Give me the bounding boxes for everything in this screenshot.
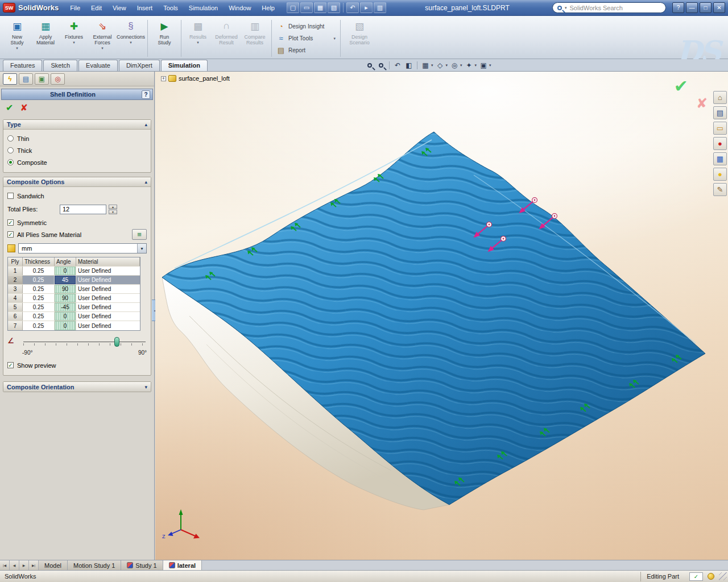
dropdown-icon[interactable]: ▾ — [3, 46, 31, 51]
type-group-header[interactable]: Type ▴ — [3, 120, 151, 130]
zoom-to-fit-icon[interactable] — [365, 60, 374, 70]
tab-motion-study-1[interactable]: Motion Study 1 — [68, 560, 121, 570]
feature-tree-item[interactable]: + surface_panel_loft — [161, 75, 230, 82]
tab-sketch[interactable]: Sketch — [43, 60, 77, 71]
results-button[interactable]: ▩ Results ▾ — [184, 18, 212, 45]
table-row[interactable]: 3 0.25 90 User Defined — [8, 285, 140, 294]
plot-tools-button[interactable]: ≈ Plot Tools ▾ — [274, 32, 338, 44]
connections-button[interactable]: § Connections ▾ — [117, 18, 145, 45]
dropdown-icon[interactable]: ▾ — [117, 40, 145, 45]
unit-combobox[interactable]: mm ▾ — [18, 243, 147, 253]
tab-dimxpert[interactable]: DimXpert — [119, 60, 160, 71]
menu-view[interactable]: View — [107, 2, 131, 14]
scene-icon[interactable]: ▣ — [479, 60, 488, 70]
fixtures-button[interactable]: ✚ Fixtures ▾ — [60, 18, 88, 45]
radio-icon[interactable] — [7, 135, 14, 142]
dimxpert-pm-tab[interactable]: ◎ — [51, 73, 65, 85]
confirmation-cancel-icon[interactable]: ✘ — [696, 95, 708, 111]
ply-list-button[interactable]: ≡ — [132, 229, 147, 240]
slider-thumb[interactable] — [114, 337, 119, 347]
minimize-button[interactable]: — — [686, 2, 698, 13]
model-3d[interactable]: Z — [155, 72, 728, 560]
checkbox-checked-icon[interactable]: ✓ — [7, 231, 14, 238]
chevron-up-icon[interactable]: ▴ — [144, 179, 147, 185]
search-input[interactable]: SolidWorks Search — [570, 5, 623, 11]
tab-features[interactable]: Features — [3, 60, 42, 71]
restore-button[interactable]: □ — [700, 2, 712, 13]
undo-icon[interactable]: ↶ — [346, 2, 359, 13]
help-button[interactable]: ? — [672, 2, 684, 13]
appearances-icon[interactable]: ✦ — [465, 60, 474, 70]
tree-expander-icon[interactable]: + — [161, 76, 166, 81]
tab-lateral[interactable]: lateral — [163, 560, 202, 570]
show-preview-checkbox[interactable]: ✓ Show preview — [7, 359, 147, 371]
chevron-up-icon[interactable]: ▴ — [144, 122, 147, 127]
design-library-icon[interactable]: ▤ — [713, 106, 727, 119]
table-row[interactable]: 5 0.25 -45 User Defined — [8, 303, 140, 312]
checkbox-icon[interactable] — [7, 193, 14, 199]
tab-study-1[interactable]: Study 1 — [121, 560, 163, 570]
home-icon[interactable]: ⌂ — [713, 91, 727, 104]
next-tab-button[interactable]: ▶ — [19, 560, 29, 570]
select-icon[interactable]: ▸ — [360, 2, 373, 13]
properties-pm-tab[interactable]: ▤ — [19, 73, 33, 85]
dropdown-icon[interactable]: ▾ — [475, 63, 477, 68]
report-button[interactable]: ▤ Report — [274, 44, 338, 56]
spin-up-icon[interactable]: ▲ — [109, 205, 117, 209]
dropdown-icon[interactable]: ▾ — [88, 46, 117, 51]
table-row[interactable]: 1 0.25 0 User Defined — [8, 267, 140, 276]
design-insight-button[interactable]: ◔ Design Insight — [274, 20, 338, 32]
tab-model[interactable]: Model — [39, 560, 68, 570]
print-icon[interactable]: ▧ — [328, 2, 340, 13]
chevron-down-icon[interactable]: ▾ — [144, 384, 147, 390]
file-explorer-icon[interactable]: ▭ — [713, 122, 727, 135]
radio-thick[interactable]: Thick — [7, 144, 147, 156]
design-scenario-button[interactable]: ▧ Design Scenario — [343, 18, 376, 45]
menu-tools[interactable]: Tools — [158, 2, 183, 14]
menu-edit[interactable]: Edit — [86, 2, 107, 14]
new-study-button[interactable]: ▣ New Study ▾ — [3, 18, 31, 51]
pm-cancel-button[interactable]: ✘ — [20, 103, 27, 113]
checkbox-checked-icon[interactable]: ✓ — [7, 219, 14, 226]
external-forces-button[interactable]: ⇘ External Forces ▾ — [88, 18, 117, 51]
quick-tips-icon[interactable]: ✓ — [689, 572, 703, 581]
resize-grip[interactable] — [719, 572, 727, 580]
open-icon[interactable]: ▭ — [300, 2, 313, 13]
custom-properties-icon[interactable]: ✎ — [713, 183, 727, 196]
radio-selected-icon[interactable] — [7, 159, 14, 165]
dropdown-icon[interactable]: ▾ — [460, 63, 462, 68]
confirmation-ok-icon[interactable]: ✔ — [674, 76, 688, 96]
new-document-icon[interactable]: ▢ — [287, 2, 299, 13]
configuration-pm-tab[interactable]: ▣ — [35, 73, 49, 85]
dropdown-icon[interactable]: ▾ — [431, 63, 433, 68]
sandwich-checkbox[interactable]: Sandwich — [7, 190, 147, 202]
menu-insert[interactable]: Insert — [132, 2, 158, 14]
search-dropdown-icon[interactable]: ▾ — [565, 6, 567, 10]
tab-simulation[interactable]: Simulation — [161, 60, 208, 71]
menu-simulation[interactable]: Simulation — [184, 2, 223, 14]
palette-grid-icon[interactable]: ▦ — [713, 152, 727, 165]
dropdown-icon[interactable]: ▾ — [60, 40, 88, 45]
menu-window[interactable]: Window — [224, 2, 256, 14]
save-icon[interactable]: ▦ — [314, 2, 326, 13]
table-row-selected[interactable]: 2 0.25 45 User Defined — [8, 276, 140, 285]
first-tab-button[interactable]: |◀ — [0, 560, 10, 570]
total-plies-input[interactable]: 12 — [60, 205, 106, 214]
table-row[interactable]: 7 0.25 0 User Defined — [8, 321, 140, 330]
angle-slider[interactable] — [22, 336, 147, 349]
tree-item-label[interactable]: surface_panel_loft — [179, 75, 230, 82]
hide-show-items-icon[interactable]: ◎ — [450, 60, 459, 70]
previous-view-icon[interactable]: ↶ — [393, 60, 402, 70]
table-row[interactable]: 4 0.25 90 User Defined — [8, 294, 140, 303]
simulation-pm-tab[interactable]: ϟ — [3, 73, 17, 85]
run-study-button[interactable]: ▶ Run Study — [150, 18, 179, 45]
apply-material-button[interactable]: ▦ Apply Material — [31, 18, 60, 45]
radio-thin[interactable]: Thin — [7, 132, 147, 144]
dropdown-icon[interactable]: ▾ — [446, 63, 448, 68]
last-tab-button[interactable]: ▶| — [29, 560, 39, 570]
compare-results-button[interactable]: ▥ Compare Results — [241, 18, 269, 45]
appearance-icon[interactable]: ● — [713, 168, 727, 181]
material-icon[interactable]: ● — [713, 137, 727, 150]
chevron-down-icon[interactable]: ▾ — [137, 244, 146, 253]
menu-help[interactable]: Help — [257, 2, 280, 14]
